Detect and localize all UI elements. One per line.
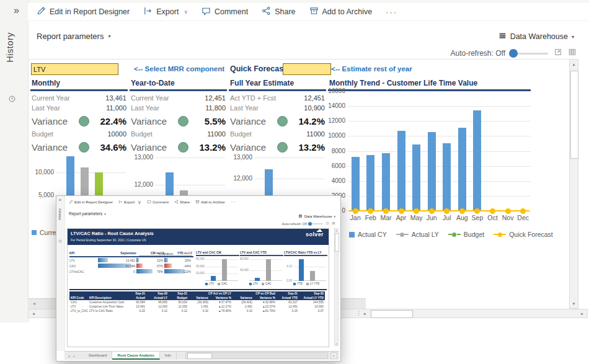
actual-cy-bar <box>412 144 420 211</box>
sheet-tab-root-cause-analysis[interactable]: Root Cause Analysis <box>112 352 159 360</box>
popup-scroll-thumb[interactable] <box>335 233 339 252</box>
y-tick-label: 5,000 <box>30 192 54 198</box>
y-tick-label: 0.00 <box>284 279 292 282</box>
edit-in-report-designer-button[interactable]: Edit in Report Designer <box>69 200 113 205</box>
comment-icon <box>147 200 151 205</box>
table-cell: 12,000 <box>146 304 169 309</box>
table-cell: 90,000 <box>169 300 188 304</box>
table-cell: LTV <box>69 304 88 309</box>
expand-sidebar-icon[interactable]: » <box>14 5 19 16</box>
report-parameters-dropdown[interactable]: Report parameters ▾ <box>37 32 110 41</box>
resize-report-icon[interactable] <box>326 221 329 226</box>
table-cell: 0.07 <box>299 309 325 313</box>
september-cell: 13,461 <box>98 257 136 263</box>
popup-auto-refresh-slider[interactable] <box>309 223 323 224</box>
legend-label: CAC <box>221 282 228 285</box>
scroll-left-icon[interactable]: ◂ <box>30 310 37 317</box>
legend-item: Actual LY <box>396 231 439 238</box>
export-icon <box>143 6 153 17</box>
grid-view-icon[interactable] <box>568 48 577 59</box>
comment-button[interactable]: Comment <box>202 6 248 17</box>
x-tick-label: Jun <box>424 214 440 221</box>
mrr-component-input[interactable] <box>31 63 118 75</box>
y-tick-label: 60,000 <box>196 257 204 260</box>
table-cell: (29,416) <box>232 300 254 304</box>
ytd-vs-ly-cell: -44% <box>164 263 192 269</box>
tab-nav-left-icon[interactable]: ◂ <box>68 354 70 358</box>
tab-nav-left-icon[interactable]: ◂ <box>33 301 35 306</box>
table-row: LTVCustomer Life Time Value13,46112,0001… <box>69 304 325 309</box>
popup-report-parameters-dropdown[interactable]: Report parameters ▾ <box>69 211 106 216</box>
popup-data-warehouse-dropdown[interactable]: Data Warehouse ▾ <box>298 214 335 219</box>
export-button[interactable]: Export ∨ <box>143 6 188 17</box>
share-button[interactable]: Share <box>262 6 295 17</box>
table-cell: LTV to CAC Ratio <box>88 309 125 313</box>
kpi-name-cell: LTVtoCAC <box>69 270 98 273</box>
auto-refresh-slider-knob[interactable] <box>509 49 518 58</box>
actual-cy-legend-marker <box>349 232 355 237</box>
popup-sidebar-item-history[interactable]: History <box>58 208 61 220</box>
pencil-icon <box>69 200 73 205</box>
scrollbar-drag-dots-icon[interactable]: ⋮ <box>356 310 361 316</box>
ytd-vs-ly-cell: 122% <box>164 269 192 274</box>
scroll-up-icon[interactable]: ▴ <box>570 60 578 68</box>
more-options-button[interactable]: ··· <box>231 200 237 204</box>
tab-nav-right-icon[interactable]: ▸ <box>74 354 76 358</box>
export-icon <box>118 200 123 205</box>
budget-legend-marker <box>448 232 461 237</box>
sidebar-item-history[interactable]: History <box>5 32 15 63</box>
gridline <box>348 106 531 107</box>
more-options-button[interactable]: ··· <box>386 7 397 17</box>
scroll-down-icon[interactable]: ▾ <box>335 342 338 345</box>
quick-forecast-input[interactable] <box>283 63 331 75</box>
quick-forecast-point <box>490 208 495 214</box>
resize-report-icon[interactable] <box>554 48 562 59</box>
popup-horizontal-scrollbar[interactable] <box>185 352 328 359</box>
legend-item: YTD <box>293 282 303 285</box>
kpi-label: Current Year <box>32 94 70 102</box>
legend-label: LY YTD <box>310 282 319 285</box>
popup-vertical-scrollbar[interactable]: ▴ ▾ <box>334 228 339 346</box>
data-warehouse-dropdown[interactable]: Data Warehouse ▾ <box>498 32 574 42</box>
scroll-right-icon[interactable]: ▸ <box>330 352 337 359</box>
sheet-tab-info[interactable]: Info <box>160 352 177 360</box>
kpi-value: 12,451 <box>304 94 325 102</box>
vertical-scrollbar[interactable]: ▴ ▾ <box>569 59 578 309</box>
table-cell: Customer Acquisition Cost <box>88 300 125 304</box>
popup-hscroll-thumb[interactable] <box>187 353 212 359</box>
auto-refresh-slider[interactable] <box>511 53 548 55</box>
popup-report-subtitle: For Period Ending September 30, 2021 | C… <box>71 238 146 242</box>
share-button[interactable]: Share <box>174 200 190 205</box>
scroll-left-small-icon[interactable]: ◂ <box>363 310 366 317</box>
chevron-down-icon[interactable]: ∨ <box>137 199 141 205</box>
kpi-value: 34.6% <box>94 142 126 153</box>
x-tick-label: Jan <box>348 214 363 221</box>
export-button[interactable]: Export ∨ <box>118 199 141 205</box>
popup-history-sidebar: » History <box>56 196 65 351</box>
scroll-down-icon[interactable]: ▾ <box>570 300 578 308</box>
table-cell: LTV_to_CAC <box>69 309 88 313</box>
edit-in-report-designer-button[interactable]: Edit in Report Designer <box>37 6 130 17</box>
vertical-scroll-thumb[interactable] <box>570 71 578 159</box>
cell-value: 25% <box>185 259 191 262</box>
comment-button[interactable]: Comment <box>147 200 169 205</box>
kpi-name-cell: CAC <box>69 264 98 268</box>
table-cell: 2,461 <box>232 304 254 309</box>
sheet-tab-dashboard[interactable]: Dashboard <box>84 352 112 360</box>
chevron-down-icon[interactable]: ∨ <box>184 9 188 15</box>
add-to-archive-button[interactable]: Add to Archive <box>309 6 373 17</box>
scroll-right-icon[interactable]: ▸ <box>578 310 586 317</box>
kpi-value: 11,800 <box>205 104 226 112</box>
x-tick-label: Dec <box>515 214 531 221</box>
popup-expand-sidebar-icon[interactable]: » <box>59 198 61 202</box>
scroll-up-icon[interactable]: ▴ <box>335 229 338 232</box>
horizontal-scroll-thumb[interactable] <box>371 310 413 318</box>
column-header: Variance % <box>210 296 232 300</box>
popup-slider-knob[interactable] <box>308 222 312 226</box>
add-to-archive-button[interactable]: Add to Archive <box>195 200 225 205</box>
y-tick-label: 16000 <box>328 87 345 94</box>
chart-bar <box>222 259 227 281</box>
report-toolbar: Edit in Report Designer Export ∨ Comment… <box>28 3 589 21</box>
grid-view-icon[interactable] <box>332 221 335 226</box>
table-cell: 0.10 <box>232 309 254 313</box>
